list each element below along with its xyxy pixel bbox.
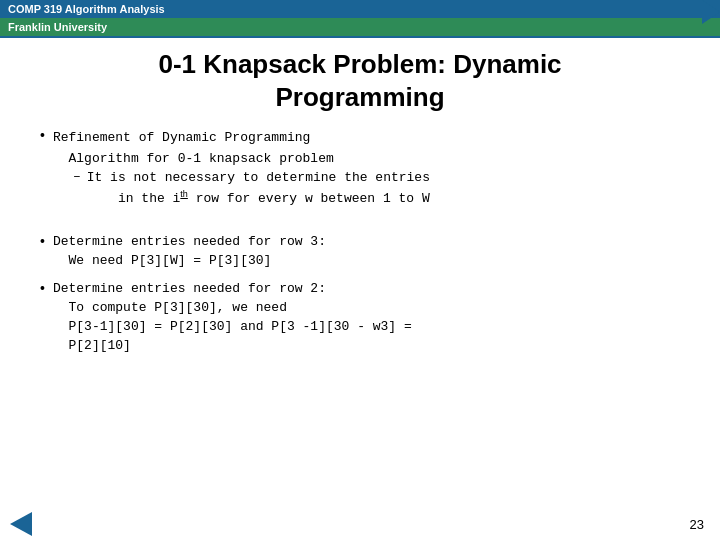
bullet-2: • Determine entries needed for row 3: We…: [40, 233, 680, 271]
spacer-1: [40, 221, 680, 233]
slide-title-line1: 0-1 Knapsack Problem: Dynamic: [158, 49, 561, 79]
bullet-3-text: Determine entries needed for row 2: To c…: [53, 280, 412, 355]
slide-title: 0-1 Knapsack Problem: Dynamic Programmin…: [40, 48, 680, 113]
bullet-2-dot: •: [40, 233, 45, 249]
bullet-3: • Determine entries needed for row 2: To…: [40, 280, 680, 355]
top-bar: COMP 319 Algorithm Analysis: [0, 0, 720, 18]
bullet-3-dot: •: [40, 280, 45, 296]
sub-bullet-1: – It is not necessary to determine the e…: [73, 169, 430, 209]
bottom-arrow-icon: [10, 512, 32, 536]
bullet-1: • Refinement of Dynamic Programming Algo…: [40, 127, 680, 211]
slide-title-line2: Programming: [275, 82, 444, 112]
bullet-3-item: • Determine entries needed for row 2: To…: [40, 280, 680, 355]
bullet-2-text: Determine entries needed for row 3: We n…: [53, 233, 326, 271]
top-bar-title: COMP 319 Algorithm Analysis: [8, 3, 165, 15]
page-number: 23: [690, 517, 704, 532]
slide-content: 0-1 Knapsack Problem: Dynamic Programmin…: [0, 38, 720, 376]
sub-bullet-1-dash: –: [73, 169, 81, 184]
sub-bullet-1-text: It is not necessary to determine the ent…: [87, 169, 430, 209]
bullet-1-item: • Refinement of Dynamic Programming Algo…: [40, 127, 680, 211]
bullet-2-item: • Determine entries needed for row 3: We…: [40, 233, 680, 271]
sub-bar-title: Franklin University: [8, 21, 107, 33]
bullet-1-dot: •: [40, 127, 45, 143]
bullet-1-text: Refinement of Dynamic Programming Algori…: [53, 130, 334, 166]
sub-bar: Franklin University: [0, 18, 720, 36]
